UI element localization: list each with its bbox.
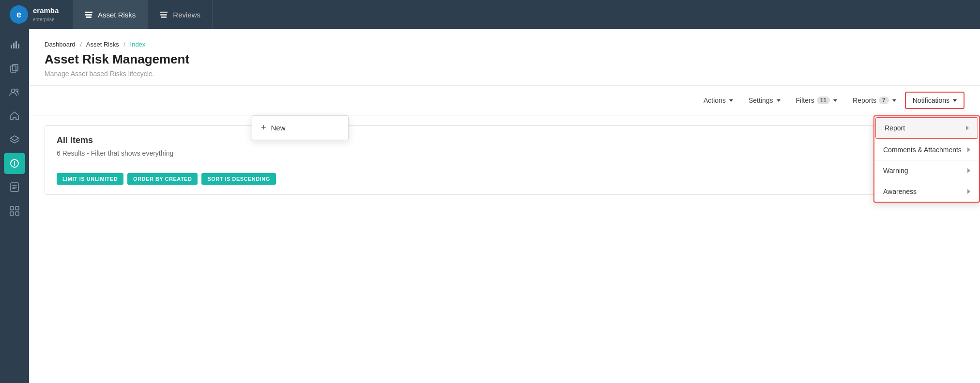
brand-sub: enterprise xyxy=(33,17,54,22)
content-card: All Items 6 Results - Filter that shows … xyxy=(45,125,965,195)
notif-comments-label: Comments & Attachments xyxy=(883,146,962,154)
actions-label: Actions xyxy=(704,96,726,104)
notif-item-report[interactable]: Report xyxy=(875,117,978,139)
sidebar-item-copy[interactable] xyxy=(4,58,25,79)
svg-rect-3 xyxy=(18,44,19,48)
sidebar-item-home[interactable] xyxy=(4,105,25,127)
notifications-button[interactable]: Notifications xyxy=(905,92,965,109)
svg-rect-12 xyxy=(10,212,14,215)
sidebar-item-tasks[interactable] xyxy=(4,176,25,198)
logo-area: e eramba enterprise xyxy=(0,0,73,29)
nav-tab-reviews-label: Reviews xyxy=(173,11,200,19)
page-subtitle: Manage Asset based Risks lifecycle. xyxy=(45,70,965,78)
sidebar-item-users[interactable] xyxy=(4,81,25,103)
new-dropdown-item[interactable]: + New xyxy=(252,116,348,140)
logo-text: eramba enterprise xyxy=(33,6,59,23)
reports-chevron xyxy=(892,99,896,102)
filters-label: Filters xyxy=(796,96,814,104)
main-content: All Items 6 Results - Filter that shows … xyxy=(29,115,980,205)
top-nav: e eramba enterprise Asset Risks Reviews xyxy=(0,0,980,29)
svg-point-7 xyxy=(16,89,18,92)
filters-chevron xyxy=(833,99,837,102)
plus-icon: + xyxy=(261,123,266,133)
nav-tabs: Asset Risks Reviews xyxy=(73,0,213,29)
sidebar xyxy=(0,29,29,383)
settings-button[interactable]: Settings xyxy=(742,93,787,108)
filter-tags: LIMIT IS UNLIMITED ORDER BY CREATED SORT… xyxy=(57,173,952,185)
notif-awareness-chevron xyxy=(967,189,970,194)
notif-awareness-label: Awareness xyxy=(883,188,917,195)
page-title: Asset Risk Management xyxy=(45,52,965,67)
more-icon xyxy=(9,206,20,216)
all-items-header: All Items xyxy=(57,135,952,145)
sidebar-item-more[interactable] xyxy=(4,200,25,222)
breadcrumb-dashboard[interactable]: Dashboard xyxy=(45,41,76,48)
actions-chevron xyxy=(729,99,733,102)
notif-warning-label: Warning xyxy=(883,167,908,175)
settings-chevron xyxy=(777,99,781,102)
filters-button[interactable]: Filters 11 xyxy=(789,93,844,108)
reports-label: Reports xyxy=(853,96,876,104)
nav-tab-asset-risks[interactable]: Asset Risks xyxy=(73,0,148,29)
content-area: Dashboard / Asset Risks / Index Asset Ri… xyxy=(29,29,980,383)
reports-button[interactable]: Reports 7 xyxy=(846,93,903,108)
stack-icon-asset-risks xyxy=(84,10,93,19)
notifications-label: Notifications xyxy=(913,96,949,104)
breadcrumb: Dashboard / Asset Risks / Index xyxy=(45,41,965,48)
notif-item-comments[interactable]: Comments & Attachments xyxy=(874,140,979,160)
filters-count: 11 xyxy=(817,96,830,104)
settings-label: Settings xyxy=(749,96,773,104)
stack-icon-reviews xyxy=(159,10,168,19)
home-icon xyxy=(9,111,20,121)
filter-tag-limit[interactable]: LIMIT IS UNLIMITED xyxy=(57,173,123,185)
chart-icon xyxy=(9,39,20,50)
svg-rect-2 xyxy=(15,41,17,48)
reports-count: 7 xyxy=(879,96,889,104)
filter-tag-sort[interactable]: SORT IS DESCENDING xyxy=(201,173,276,185)
svg-rect-0 xyxy=(11,45,12,48)
svg-rect-5 xyxy=(13,64,18,71)
svg-rect-10 xyxy=(10,207,14,210)
sidebar-item-layers[interactable] xyxy=(4,129,25,150)
copy-icon xyxy=(9,63,20,74)
filter-divider xyxy=(57,167,952,167)
layers-icon xyxy=(9,134,20,145)
svg-rect-1 xyxy=(13,43,15,48)
breadcrumb-index: Index xyxy=(130,41,146,48)
breadcrumb-asset-risks[interactable]: Asset Risks xyxy=(86,41,119,48)
new-label: New xyxy=(271,124,286,132)
toolbar: Actions Settings Filters 11 Reports 7 No… xyxy=(29,86,980,115)
sidebar-item-asset-risk[interactable] xyxy=(4,153,25,174)
notif-warning-chevron xyxy=(967,168,970,173)
notif-report-chevron xyxy=(966,126,969,130)
svg-rect-11 xyxy=(15,207,19,210)
logo-circle: e xyxy=(10,5,28,24)
tasks-icon xyxy=(9,182,20,192)
notif-item-awareness[interactable]: Awareness xyxy=(874,181,979,202)
notifications-chevron xyxy=(953,99,957,102)
asset-risk-icon xyxy=(9,158,20,169)
sidebar-item-chart[interactable] xyxy=(4,34,25,55)
main-layout: Dashboard / Asset Risks / Index Asset Ri… xyxy=(0,29,980,383)
nav-tab-reviews[interactable]: Reviews xyxy=(148,0,213,29)
notif-item-warning[interactable]: Warning xyxy=(874,160,979,181)
notif-report-label: Report xyxy=(885,124,905,132)
filter-tag-order[interactable]: ORDER BY CREATED xyxy=(127,173,198,185)
page-header: Dashboard / Asset Risks / Index Asset Ri… xyxy=(29,29,980,86)
new-dropdown: + New xyxy=(252,115,349,140)
svg-point-6 xyxy=(12,89,15,93)
users-icon xyxy=(9,87,20,97)
svg-rect-13 xyxy=(15,212,19,215)
logo-letter: e xyxy=(16,10,21,20)
notif-comments-chevron xyxy=(967,147,970,152)
brand-name: eramba xyxy=(33,6,59,15)
actions-button[interactable]: Actions xyxy=(697,93,740,108)
notifications-dropdown: Report Comments & Attachments Warning Aw… xyxy=(873,115,980,203)
nav-tab-asset-risks-label: Asset Risks xyxy=(98,11,136,19)
results-text: 6 Results - Filter that shows everything xyxy=(57,149,952,157)
svg-rect-4 xyxy=(11,66,16,72)
